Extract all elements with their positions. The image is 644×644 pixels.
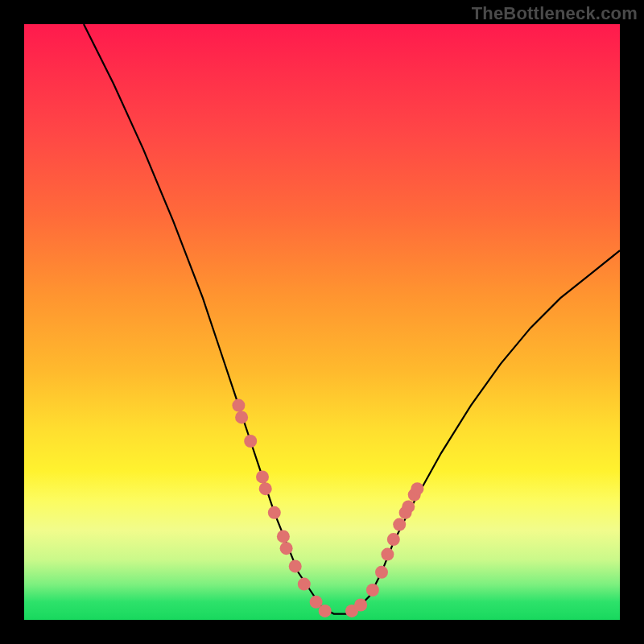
data-marker	[402, 500, 415, 513]
data-marker	[393, 518, 406, 531]
data-marker	[268, 506, 281, 519]
data-marker	[232, 399, 245, 412]
data-marker	[387, 533, 400, 546]
data-marker	[244, 435, 257, 448]
chart-frame: TheBottleneck.com	[0, 0, 644, 644]
watermark-text: TheBottleneck.com	[472, 3, 638, 24]
data-marker	[375, 566, 388, 579]
data-marker	[256, 470, 269, 483]
data-marker	[289, 559, 302, 572]
data-marker	[381, 548, 394, 561]
data-marker	[280, 542, 293, 555]
data-marker	[354, 599, 367, 612]
chart-svg	[24, 24, 620, 620]
data-marker	[235, 411, 248, 423]
data-marker	[366, 584, 379, 597]
markers-right-group	[345, 482, 423, 617]
bottleneck-curve	[84, 24, 620, 614]
data-marker	[298, 578, 311, 591]
data-marker	[411, 482, 423, 495]
curve-layer	[84, 24, 620, 614]
chart-plot-area	[24, 24, 620, 620]
data-marker	[319, 605, 332, 617]
data-marker	[277, 530, 290, 543]
data-marker	[259, 482, 272, 495]
